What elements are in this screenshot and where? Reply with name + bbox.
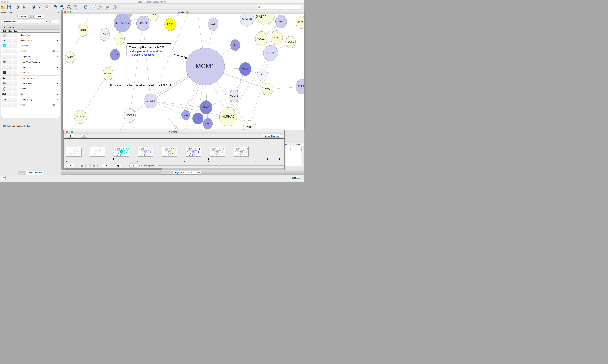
stop-button[interactable] bbox=[90, 164, 97, 168]
timeline-scrollbar-thumb[interactable] bbox=[64, 168, 163, 169]
mcm1-annotation-box[interactable]: Transcription factor MCM1Cell-type-speci… bbox=[127, 44, 188, 59]
network-edge[interactable] bbox=[81, 74, 108, 117]
frame-thumbnail-1[interactable] bbox=[90, 147, 105, 156]
table-cell[interactable]: 2 bbox=[290, 151, 291, 153]
table-cell[interactable]: 2 bbox=[290, 155, 291, 157]
property-row-border-width[interactable]: 2.0Border Width◀ bbox=[1, 38, 59, 43]
frame-thumbnail-5[interactable]: MCM1 bbox=[186, 147, 201, 156]
expand-row-icon[interactable]: ◀ bbox=[57, 72, 58, 74]
network-node-ynl047c[interactable]: YNL047C bbox=[74, 110, 87, 124]
add-frame-button[interactable] bbox=[67, 134, 74, 138]
collapse-all-icon[interactable] bbox=[56, 26, 58, 29]
skip-end-button[interactable] bbox=[114, 164, 121, 168]
network-node-mth1[interactable]: MTH1 bbox=[78, 24, 88, 37]
lock-node-size-checkbox[interactable]: ✓ bbox=[3, 125, 6, 127]
tab-edge[interactable]: Edge bbox=[26, 171, 34, 175]
network-node-pis1[interactable]: PIS1 bbox=[231, 39, 240, 51]
expand-all-icon[interactable] bbox=[53, 26, 55, 29]
network-node-cdc42[interactable]: CDC42 bbox=[229, 90, 239, 102]
network-edge[interactable] bbox=[143, 23, 151, 101]
refresh-icon[interactable] bbox=[83, 5, 88, 10]
tab-style[interactable]: Style bbox=[28, 15, 35, 18]
network-node-swi5[interactable]: SWI5 bbox=[208, 18, 218, 31]
property-row-size[interactable]: 50.0Size◀ bbox=[1, 92, 59, 97]
delete-frame-button[interactable] bbox=[80, 134, 88, 138]
network-edge[interactable] bbox=[151, 101, 206, 107]
property-row-label-color[interactable]: Label Color◀ bbox=[1, 70, 59, 76]
network-node-alpha2[interactable]: ALPHA2 bbox=[220, 107, 237, 126]
import-network-icon[interactable] bbox=[15, 5, 20, 10]
default-value[interactable]: 255 bbox=[2, 98, 6, 101]
network-window-titlebar[interactable]: galFiltered.sif bbox=[63, 10, 304, 14]
table-cell[interactable]: 25 bbox=[290, 149, 291, 151]
zoom-out-icon[interactable] bbox=[60, 5, 65, 10]
ellipse-icon[interactable] bbox=[3, 87, 6, 91]
info-icon[interactable]: i bbox=[52, 104, 55, 106]
info-icon[interactable]: i bbox=[52, 50, 55, 52]
network-node-lsm4[interactable]: LSM4 bbox=[115, 33, 124, 45]
passthrough-icon[interactable] bbox=[8, 66, 11, 69]
properties-header[interactable]: Properties bbox=[1, 26, 59, 30]
expand-row-icon[interactable]: ◀ bbox=[57, 51, 58, 52]
property-row-shape[interactable]: Shape◀ bbox=[1, 86, 59, 92]
table-cell[interactable]: 2 bbox=[290, 164, 291, 166]
table-cell[interactable]: 2 bbox=[290, 160, 291, 162]
default-value[interactable]: 12 bbox=[2, 77, 6, 79]
zoom-selected-icon[interactable] bbox=[73, 5, 78, 10]
frame-thumbnail-7[interactable]: MCM1 bbox=[234, 147, 249, 156]
export-table-icon[interactable] bbox=[38, 5, 42, 10]
animation-speed-slider[interactable] bbox=[158, 165, 284, 166]
frame-thumbnail-3[interactable]: MCM1 bbox=[138, 147, 153, 156]
expand-row-icon[interactable]: ◀ bbox=[57, 104, 58, 106]
network-node-far1[interactable]: FAR1 bbox=[263, 45, 278, 61]
search-input[interactable] bbox=[257, 5, 301, 9]
tab-node-table[interactable]: Node Table bbox=[160, 171, 173, 174]
network-node-ste4[interactable]: STE4 bbox=[276, 15, 287, 28]
export-network-icon[interactable] bbox=[31, 5, 36, 10]
default-value-swatch[interactable] bbox=[3, 71, 6, 74]
float-panel-icon[interactable]: ▢ bbox=[295, 130, 296, 132]
network-node-gal80[interactable]: GAL80 bbox=[240, 14, 254, 26]
expand-row-icon[interactable]: ◀ bbox=[57, 66, 58, 68]
export-image-icon[interactable] bbox=[44, 5, 49, 10]
expand-row-icon[interactable]: ◀ bbox=[57, 61, 58, 63]
zoom-fit-icon[interactable] bbox=[67, 5, 71, 10]
network-node-snf3[interactable]: SNF3 bbox=[65, 52, 75, 64]
property-row-transparency[interactable]: 255Transparency◀ bbox=[1, 97, 59, 103]
hide-icon[interactable] bbox=[105, 5, 110, 10]
tab-network[interactable]: Network bbox=[18, 15, 28, 18]
network-node-hap2[interactable]: HAP2 bbox=[296, 16, 304, 29]
frames-timeline[interactable]: MCM1MCM1MCM1MCM1MCM1MCM1 0123456789 Seco… bbox=[64, 138, 284, 163]
close-panel-icon[interactable]: ✗ bbox=[298, 130, 300, 132]
table-scrollbar[interactable] bbox=[301, 146, 303, 166]
expand-row-icon[interactable]: ◀ bbox=[57, 88, 58, 90]
table-cell[interactable]: 2 bbox=[290, 157, 291, 159]
network-node-gic2[interactable]: GIC2 bbox=[182, 110, 190, 120]
table-cell[interactable]: 1 bbox=[290, 153, 291, 155]
network-node-cdc28[interactable]: CDC28 bbox=[124, 109, 136, 123]
default-value[interactable]: 50.0 bbox=[2, 93, 6, 95]
property-row-image-chart-1[interactable]: Image/Chart 1◀ bbox=[1, 54, 59, 59]
skip-start-button[interactable] bbox=[102, 164, 110, 168]
table-rows[interactable]: 26252122222 bbox=[285, 146, 301, 166]
network-node-ste2[interactable]: STE2 bbox=[193, 113, 204, 124]
network-node-lsm2[interactable]: LSM2 bbox=[100, 28, 110, 41]
property-row-height[interactable]: Heighti◀ bbox=[1, 49, 59, 54]
network-node-swi4[interactable]: SWI4 bbox=[262, 83, 273, 96]
network-node-tup1[interactable]: TUP1 bbox=[243, 120, 256, 130]
frame-thumbnail-0[interactable] bbox=[66, 147, 81, 156]
network-node-pdc5[interactable]: PDC5 bbox=[110, 49, 120, 60]
clear-all-frames-button[interactable]: Clear All Frames bbox=[263, 134, 281, 138]
expand-row-icon[interactable]: ◀ bbox=[57, 45, 58, 47]
tab-select[interactable]: Select bbox=[35, 15, 44, 18]
memory-button[interactable]: Memory bbox=[291, 176, 301, 180]
property-row-image-chart-position-1[interactable]: Image/Chart Position 1◀ bbox=[1, 59, 59, 65]
network-canvas[interactable]: RPS28BDCP1RPS28ADMC1PCK1MTH1LSM2LSM4SNF3… bbox=[63, 14, 304, 130]
property-row-border-paint[interactable]: Border Paint◀ bbox=[1, 33, 59, 38]
frame-thumbnail-6[interactable]: MCM1 bbox=[210, 147, 225, 156]
position-icon[interactable] bbox=[3, 60, 6, 64]
close-panel-icon[interactable]: ✗ bbox=[58, 11, 59, 13]
default-value-swatch[interactable] bbox=[3, 34, 6, 37]
property-row-label[interactable]: Label◀ bbox=[1, 65, 59, 70]
play-button[interactable] bbox=[67, 164, 74, 168]
